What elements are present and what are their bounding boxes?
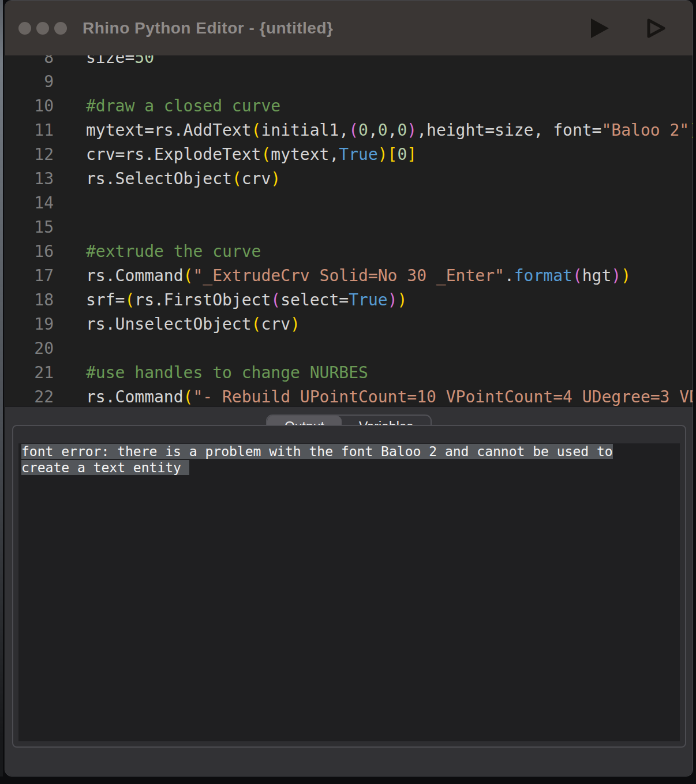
code-text: #extrude the curve <box>54 240 261 264</box>
code-text: rs.Command("_ExtrudeCrv Solid=No 30 _Ent… <box>54 264 631 288</box>
minimize-button[interactable] <box>36 22 49 35</box>
code-line: 16#extrude the curve <box>5 240 693 264</box>
line-number: 22 <box>5 385 54 406</box>
traffic-lights <box>18 1 67 55</box>
code-line: 8size=50 <box>5 55 693 70</box>
code-line: 15 <box>5 215 693 240</box>
code-line: 19rs.UnselectObject(crv) <box>5 312 693 337</box>
code-line: 9 <box>5 70 693 94</box>
code-text: rs.SelectObject(crv) <box>54 167 280 191</box>
code-line: 13rs.SelectObject(crv) <box>5 167 693 191</box>
zoom-button[interactable] <box>54 22 67 35</box>
run-outline-icon[interactable] <box>646 17 667 39</box>
code-text <box>54 337 86 361</box>
rhino-python-editor-window: Rhino Python Editor - {untitled} 8size=5… <box>5 0 693 776</box>
output-line: font error: there is a problem with the … <box>21 443 680 460</box>
code-text: mytext=rs.AddText(initial1,(0,0,0),heigh… <box>54 118 693 143</box>
run-icon[interactable] <box>589 17 610 39</box>
output-message: font error: there is a problem with the … <box>21 443 680 476</box>
code-text: rs.UnselectObject(crv) <box>54 312 300 337</box>
line-number: 19 <box>5 312 54 337</box>
background-edge <box>0 0 3 776</box>
output-panel: Output Variables font error: there is a … <box>5 406 693 776</box>
line-number: 20 <box>5 337 54 361</box>
line-number: 14 <box>5 191 54 215</box>
line-number: 21 <box>5 361 54 385</box>
code-line: 17rs.Command("_ExtrudeCrv Solid=No 30 _E… <box>5 264 693 288</box>
code-line: 14 <box>5 191 693 215</box>
code-text: size=50 <box>54 55 154 70</box>
line-number: 17 <box>5 264 54 288</box>
line-number: 9 <box>5 70 54 94</box>
close-button[interactable] <box>18 22 31 35</box>
code-line: 21#use handles to change NURBES <box>5 361 693 385</box>
code-line: 18srf=(rs.FirstObject(select=True)) <box>5 288 693 312</box>
code-text: #use handles to change NURBES <box>54 361 368 385</box>
line-number: 13 <box>5 167 54 191</box>
output-text-area[interactable]: font error: there is a problem with the … <box>18 443 680 741</box>
code-text: srf=(rs.FirstObject(select=True)) <box>54 288 407 312</box>
line-number: 8 <box>5 55 54 70</box>
code-editor[interactable]: 8size=50910#draw a closed curve11mytext=… <box>5 55 693 406</box>
code-line: 10#draw a closed curve <box>5 94 693 118</box>
code-line: 12crv=rs.ExplodeText(mytext,True)[0] <box>5 143 693 167</box>
code-text: rs.Command("-_Rebuild UPointCount=10 VPo… <box>54 385 693 406</box>
code-text: #draw a closed curve <box>54 94 280 118</box>
code-text <box>54 191 86 215</box>
code-line: 20 <box>5 337 693 361</box>
line-number: 18 <box>5 288 54 312</box>
line-number: 10 <box>5 94 54 118</box>
code-text: crv=rs.ExplodeText(mytext,True)[0] <box>54 143 417 167</box>
window-title: Rhino Python Editor - {untitled} <box>83 1 333 55</box>
code-text <box>54 70 86 94</box>
line-number: 11 <box>5 118 54 143</box>
code-text <box>54 215 86 240</box>
line-number: 12 <box>5 143 54 167</box>
line-number: 16 <box>5 240 54 264</box>
code-line: 22rs.Command("-_Rebuild UPointCount=10 V… <box>5 385 693 406</box>
titlebar: Rhino Python Editor - {untitled} <box>5 1 693 55</box>
line-number: 15 <box>5 215 54 240</box>
output-line: create a text entity <box>21 460 680 476</box>
output-group-box: font error: there is a problem with the … <box>12 425 686 748</box>
code-area: 8size=50910#draw a closed curve11mytext=… <box>5 55 693 406</box>
code-line: 11mytext=rs.AddText(initial1,(0,0,0),hei… <box>5 118 693 143</box>
titlebar-actions <box>589 1 667 55</box>
